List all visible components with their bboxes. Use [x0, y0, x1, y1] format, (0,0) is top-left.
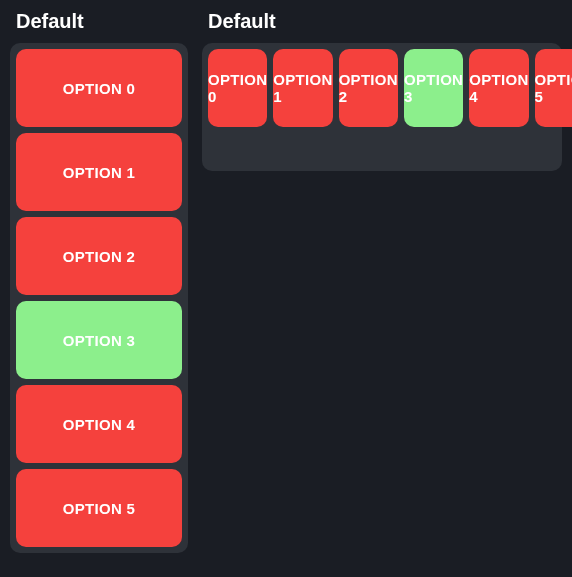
left-option-4[interactable]: OPTION 4: [16, 385, 182, 463]
left-group-title: Default: [16, 10, 188, 33]
option-label: OPTION 2: [63, 248, 135, 265]
option-label: OPTION 3: [404, 71, 463, 105]
option-label: OPTION 0: [208, 71, 267, 105]
right-panel: OPTION 0 OPTION 1 OPTION 2 OPTION 3 OPTI…: [202, 43, 562, 171]
option-label: OPTION 1: [63, 164, 135, 181]
left-option-3[interactable]: OPTION 3: [16, 301, 182, 379]
right-group-title: Default: [208, 10, 562, 33]
left-panel: OPTION 0 OPTION 1 OPTION 2 OPTION 3 OPTI…: [10, 43, 188, 553]
right-option-4[interactable]: OPTION 4: [469, 49, 528, 127]
right-option-2[interactable]: OPTION 2: [339, 49, 398, 127]
left-option-5[interactable]: OPTION 5: [16, 469, 182, 547]
right-option-0[interactable]: OPTION 0: [208, 49, 267, 127]
option-label: OPTION 2: [339, 71, 398, 105]
option-label: OPTION 0: [63, 80, 135, 97]
option-label: OPTION 1: [273, 71, 332, 105]
right-option-5[interactable]: OPTION 5: [535, 49, 572, 127]
right-panel-footer: [208, 127, 556, 165]
left-option-1[interactable]: OPTION 1: [16, 133, 182, 211]
right-option-3[interactable]: OPTION 3: [404, 49, 463, 127]
option-label: OPTION 3: [63, 332, 135, 349]
option-label: OPTION 4: [469, 71, 528, 105]
left-option-0[interactable]: OPTION 0: [16, 49, 182, 127]
right-option-1[interactable]: OPTION 1: [273, 49, 332, 127]
option-label: OPTION 5: [63, 500, 135, 517]
option-label: OPTION 5: [535, 71, 572, 105]
option-label: OPTION 4: [63, 416, 135, 433]
left-option-2[interactable]: OPTION 2: [16, 217, 182, 295]
right-grid: OPTION 0 OPTION 1 OPTION 2 OPTION 3 OPTI…: [208, 49, 556, 127]
left-group: Default OPTION 0 OPTION 1 OPTION 2 OPTIO…: [10, 10, 188, 553]
right-group: Default OPTION 0 OPTION 1 OPTION 2 OPTIO…: [202, 10, 562, 171]
